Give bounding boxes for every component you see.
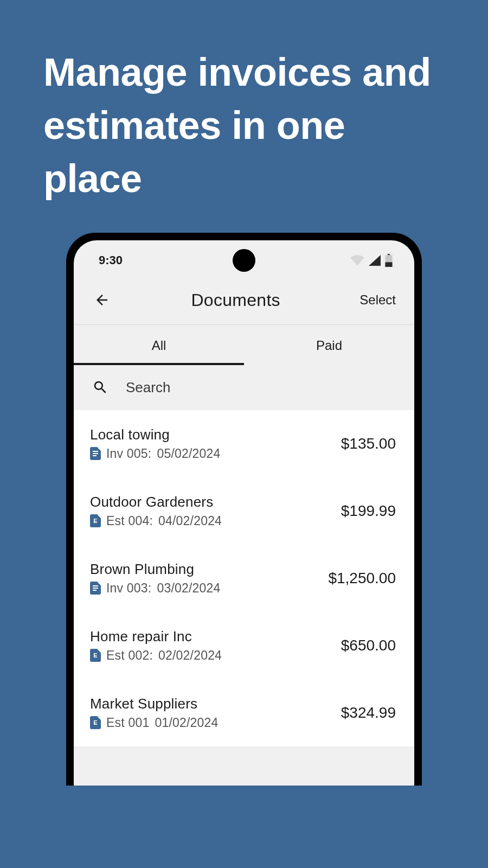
- doc-code: Est 004:: [106, 514, 153, 528]
- doc-amount: $135.00: [341, 435, 396, 452]
- tab-all[interactable]: All: [74, 325, 244, 365]
- camera-hole: [233, 249, 255, 272]
- phone-screen: 9:30 Documents Select All Paid Search: [74, 240, 414, 786]
- hero-section: Manage invoices and estimates in one pla…: [0, 0, 488, 233]
- doc-code: Inv 003:: [106, 581, 151, 596]
- signal-icon: [369, 255, 381, 266]
- svg-rect-0: [388, 254, 390, 255]
- list-item[interactable]: Outdoor Gardeners E Est 004: 04/02/2024 …: [74, 477, 414, 545]
- tab-paid[interactable]: Paid: [244, 325, 414, 365]
- status-bar: 9:30: [74, 240, 414, 280]
- estimate-icon: E: [90, 716, 101, 729]
- svg-rect-2: [385, 262, 392, 267]
- status-time: 9:30: [99, 253, 123, 267]
- status-icons: [350, 254, 393, 267]
- doc-amount: $650.00: [341, 637, 396, 654]
- doc-code: Est 001: [106, 716, 149, 730]
- doc-date: 03/02/2024: [157, 581, 220, 596]
- list-item[interactable]: Brown Plumbing Inv 003: 03/02/2024 $1,25…: [74, 545, 414, 612]
- doc-date: 01/02/2024: [155, 716, 218, 730]
- estimate-icon: E: [90, 649, 101, 662]
- doc-title: Home repair Inc: [90, 628, 222, 645]
- doc-title: Local towing: [90, 426, 221, 443]
- battery-icon: [385, 254, 393, 267]
- phone-frame: 9:30 Documents Select All Paid Search: [66, 233, 422, 786]
- doc-date: 05/02/2024: [157, 446, 220, 461]
- doc-date: 04/02/2024: [158, 514, 222, 528]
- invoice-icon: [90, 447, 101, 460]
- select-button[interactable]: Select: [359, 292, 399, 308]
- doc-amount: $1,250.00: [328, 570, 396, 587]
- search-icon: [92, 379, 108, 395]
- doc-amount: $199.99: [341, 502, 396, 520]
- back-button[interactable]: [92, 290, 112, 310]
- doc-code: Est 002:: [106, 648, 153, 663]
- list-item[interactable]: Local towing Inv 005: 05/02/2024 $135.00: [74, 410, 414, 477]
- list-item[interactable]: Market Suppliers E Est 001 01/02/2024 $3…: [74, 679, 414, 746]
- list-item[interactable]: Home repair Inc E Est 002: 02/02/2024 $6…: [74, 612, 414, 679]
- doc-code: Inv 005:: [106, 446, 151, 461]
- doc-title: Market Suppliers: [90, 695, 219, 712]
- page-title: Documents: [112, 290, 359, 310]
- app-bar: Documents Select: [74, 280, 414, 324]
- estimate-icon: E: [90, 514, 101, 527]
- search-placeholder: Search: [126, 379, 170, 396]
- hero-title: Manage invoices and estimates in one pla…: [43, 46, 445, 206]
- search-row[interactable]: Search: [74, 365, 414, 410]
- wifi-icon: [350, 255, 364, 266]
- doc-title: Outdoor Gardeners: [90, 494, 222, 510]
- tabs: All Paid: [74, 324, 414, 365]
- arrow-left-icon: [94, 292, 110, 308]
- invoice-icon: [90, 582, 101, 595]
- doc-title: Brown Plumbing: [90, 561, 221, 578]
- doc-date: 02/02/2024: [158, 648, 222, 663]
- document-list: Local towing Inv 005: 05/02/2024 $135.00…: [74, 410, 414, 746]
- doc-amount: $324.99: [341, 704, 396, 722]
